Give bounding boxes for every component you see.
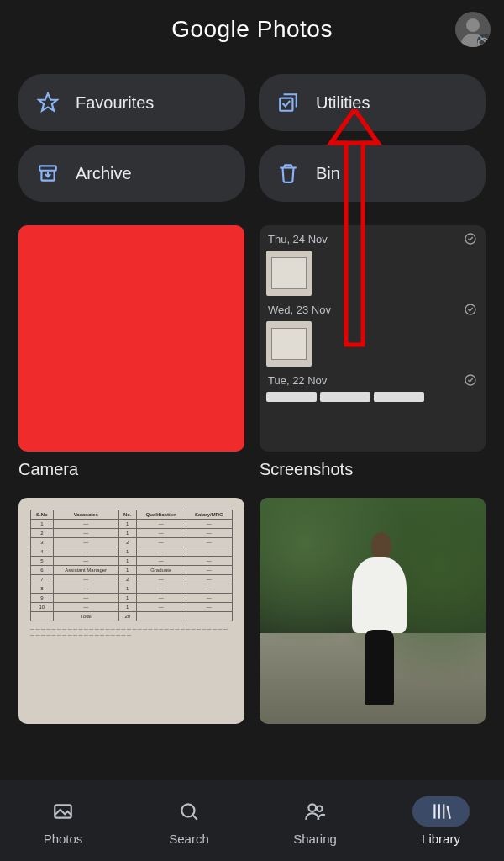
photo-icon — [52, 800, 74, 822]
favourites-label: Favourites — [76, 93, 154, 113]
check-circle-icon — [464, 232, 477, 246]
archive-label: Archive — [76, 164, 132, 183]
svg-point-17 — [317, 806, 323, 811]
nav-library-label: Library — [422, 832, 460, 846]
albums-grid: Camera Thu, 24 Nov Wed, 23 Nov Tue, 22 N… — [0, 210, 504, 479]
title-photos: Photos — [257, 16, 333, 42]
bin-label: Bin — [316, 164, 340, 183]
date-row: Wed, 23 Nov — [266, 301, 479, 318]
screenshots-label: Screenshots — [260, 460, 486, 479]
title-google: Google — [171, 16, 249, 42]
app-title: Google Photos — [171, 16, 333, 43]
action-chips: Favourites Utilities Archive Bin — [0, 59, 504, 210]
date-label: Tue, 22 Nov — [268, 374, 327, 387]
nav-photos-label: Photos — [44, 832, 83, 846]
archive-icon — [37, 162, 59, 184]
document-thumb[interactable]: S.NoVacanciesNo.QualificationSalary/MRG … — [18, 498, 244, 724]
date-label: Thu, 24 Nov — [268, 233, 328, 246]
redacted-block — [18, 225, 244, 452]
account-avatar[interactable] — [455, 12, 491, 47]
cloud-off-icon — [477, 34, 491, 47]
nav-search[interactable]: Search — [126, 796, 252, 846]
date-row: Tue, 22 Nov — [266, 372, 479, 388]
svg-point-9 — [465, 304, 475, 314]
utilities-label: Utilities — [316, 93, 370, 113]
nav-photos[interactable]: Photos — [0, 796, 126, 846]
svg-point-8 — [465, 234, 475, 244]
favourites-chip[interactable]: Favourites — [18, 74, 245, 131]
utilities-icon — [277, 92, 299, 114]
camera-album[interactable]: Camera — [18, 225, 244, 479]
date-row: Thu, 24 Nov — [266, 230, 479, 247]
more-albums: S.NoVacanciesNo.QualificationSalary/MRG … — [0, 479, 504, 724]
star-icon — [37, 92, 59, 114]
utilities-chip[interactable]: Utilities — [259, 74, 486, 131]
svg-point-14 — [181, 804, 194, 816]
nav-library[interactable]: Library — [378, 796, 504, 846]
screenshot-thumb — [266, 321, 312, 367]
app-header: Google Photos — [0, 0, 504, 59]
svg-rect-6 — [39, 166, 56, 170]
trash-icon — [277, 162, 299, 184]
nav-sharing-label: Sharing — [293, 832, 337, 846]
svg-line-15 — [192, 815, 197, 819]
library-icon — [430, 800, 452, 822]
svg-point-16 — [308, 804, 316, 811]
svg-line-21 — [448, 806, 450, 818]
bottom-nav: Photos Search Sharing Library — [0, 780, 504, 861]
nav-sharing[interactable]: Sharing — [252, 796, 378, 846]
thumb-strip — [266, 392, 479, 402]
check-circle-icon — [464, 303, 477, 316]
nav-search-label: Search — [169, 832, 209, 846]
svg-marker-4 — [39, 93, 57, 111]
svg-point-10 — [465, 375, 475, 385]
svg-point-1 — [466, 18, 480, 32]
camera-cover — [18, 225, 244, 452]
cloud-off-badge — [477, 34, 491, 47]
archive-chip[interactable]: Archive — [18, 145, 245, 202]
check-circle-icon — [464, 373, 477, 387]
screenshots-cover: Thu, 24 Nov Wed, 23 Nov Tue, 22 Nov — [260, 225, 486, 452]
people-icon — [304, 800, 326, 822]
bin-chip[interactable]: Bin — [259, 145, 486, 202]
screenshots-album[interactable]: Thu, 24 Nov Wed, 23 Nov Tue, 22 Nov Scr — [260, 225, 486, 479]
search-icon — [178, 800, 200, 822]
camera-label: Camera — [18, 460, 244, 479]
date-label: Wed, 23 Nov — [268, 304, 331, 316]
photo-thumb[interactable] — [260, 498, 486, 724]
screenshot-thumb — [266, 251, 312, 296]
